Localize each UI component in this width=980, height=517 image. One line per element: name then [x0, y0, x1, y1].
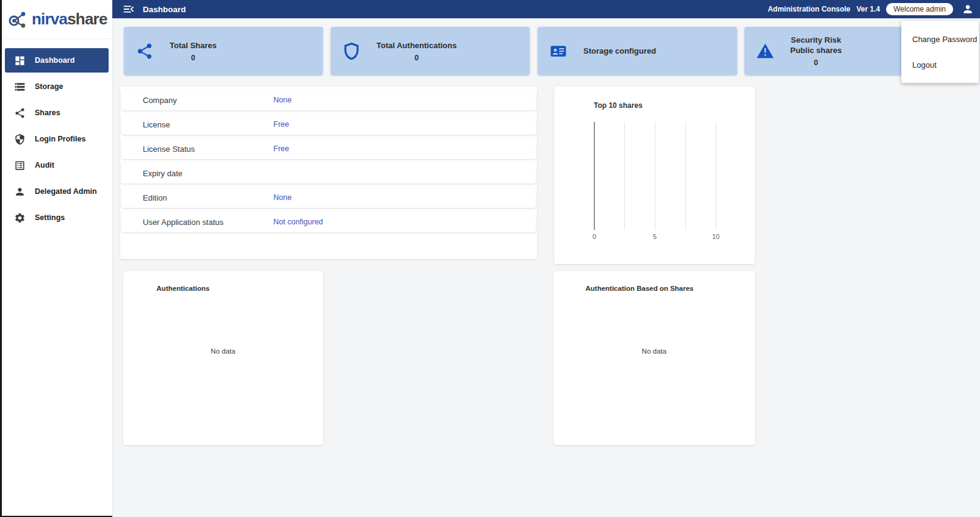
- dashboard-icon: [14, 55, 26, 66]
- nirvashare-logo-icon: [8, 9, 29, 30]
- authentication-based-on-shares-chart: Authentication Based on Shares No data: [553, 271, 755, 445]
- stat-title: Storage configured: [583, 46, 656, 56]
- sidebar-item-label: Storage: [35, 82, 63, 91]
- menu-open-icon[interactable]: [122, 2, 135, 16]
- chart-gridline: [624, 122, 625, 230]
- chart-title: Top 10 shares: [594, 101, 643, 110]
- window-border: [0, 0, 2, 517]
- brand-name-primary: nirva: [32, 10, 67, 28]
- stat-card-storage-configured: Storage configured: [538, 27, 737, 75]
- person-icon: [14, 186, 26, 198]
- sidebar-item-label: Dashboard: [35, 56, 74, 65]
- info-row-expiry-date: Expiry date: [121, 163, 536, 184]
- info-row-license-status: License Status Free: [121, 138, 536, 159]
- authentications-chart: Authentications No data: [123, 271, 323, 445]
- sidebar-item-label: Audit: [35, 161, 54, 169]
- info-label: Company: [121, 96, 273, 105]
- sidebar-item-dashboard[interactable]: Dashboard: [5, 48, 109, 73]
- stat-subtitle: Public shares: [790, 45, 842, 55]
- x-tick-label: 10: [712, 233, 719, 240]
- top-10-shares-chart: Top 10 shares 0 5 10: [554, 87, 755, 264]
- page-title: Dashboard: [143, 5, 186, 14]
- storage-icon: [14, 81, 26, 93]
- chart-gridline: [685, 122, 686, 230]
- sidebar-item-delegated-admin[interactable]: Delegated Admin: [5, 179, 109, 204]
- chart-title: Authentications: [157, 285, 210, 292]
- stat-title: Total Authentications: [377, 40, 456, 51]
- console-label: Administration Console: [768, 5, 850, 13]
- topbar-right: Administration Console Ver 1.4 Welcome a…: [768, 3, 974, 15]
- info-value: Free: [273, 144, 289, 153]
- stat-card-total-authentications: Total Authentications 0: [331, 27, 530, 75]
- sidebar-item-login-profiles[interactable]: Login Profiles: [5, 127, 109, 151]
- license-info-panel: Company None License Free License Status…: [120, 87, 537, 259]
- chart-axis-line: [594, 122, 595, 230]
- user-avatar-icon[interactable]: [962, 3, 974, 15]
- sidebar-item-shares[interactable]: Shares: [5, 101, 109, 125]
- chart-gridline: [655, 122, 655, 230]
- list-alt-icon: [14, 160, 26, 171]
- info-value: None: [273, 96, 292, 104]
- x-tick-label: 5: [653, 233, 657, 240]
- brand-logo: nirvashare: [2, 0, 112, 39]
- info-label: Expiry date: [121, 169, 273, 178]
- brand-name: nirvashare: [32, 10, 107, 29]
- stat-title: Security Risk: [791, 35, 841, 45]
- menu-item-logout[interactable]: Logout: [901, 52, 979, 77]
- chart-gridline: [716, 122, 716, 230]
- stat-value: 0: [191, 54, 195, 62]
- info-row-user-application-status: User Application status Not configured: [121, 212, 536, 232]
- stat-value: 0: [814, 59, 818, 67]
- shield-outline-icon: [342, 42, 361, 60]
- sidebar-item-label: Shares: [35, 109, 60, 117]
- menu-item-change-password[interactable]: Change Password: [901, 26, 979, 52]
- stat-title: Total Shares: [170, 40, 217, 51]
- gear-icon: [14, 212, 26, 224]
- sidebar: nirvashare Dashboard Storage Shares Logi…: [2, 0, 112, 517]
- sidebar-item-storage[interactable]: Storage: [5, 74, 109, 99]
- info-value: Not configured: [273, 218, 323, 226]
- no-data-label: No data: [553, 348, 755, 355]
- sidebar-item-label: Delegated Admin: [35, 187, 97, 196]
- share-icon: [135, 42, 154, 60]
- info-row-company: Company None: [121, 90, 536, 110]
- warning-icon: [756, 42, 774, 60]
- info-label: License Status: [121, 144, 273, 154]
- shield-icon: [14, 134, 26, 145]
- stat-value: 0: [414, 54, 419, 62]
- user-dropdown-menu: Change Password Logout: [901, 21, 979, 83]
- x-tick-label: 0: [593, 233, 596, 240]
- version-label: Ver 1.4: [856, 5, 880, 13]
- brand-name-secondary: share: [67, 10, 107, 28]
- topbar: Dashboard Administration Console Ver 1.4…: [112, 0, 980, 18]
- info-value: None: [273, 193, 292, 202]
- info-row-license: License Free: [121, 114, 536, 135]
- no-data-label: No data: [123, 348, 323, 355]
- welcome-admin-badge[interactable]: Welcome admin: [886, 3, 953, 15]
- chart-title: Authentication Based on Shares: [585, 285, 693, 292]
- chart-plot-area: [554, 122, 755, 230]
- info-value: Free: [273, 120, 289, 129]
- share-icon: [14, 107, 26, 119]
- sidebar-item-label: Login Profiles: [35, 135, 85, 143]
- sidebar-nav: Dashboard Storage Shares Login Profiles …: [2, 39, 112, 230]
- storage-badge-icon: [549, 42, 567, 60]
- sidebar-item-settings[interactable]: Settings: [5, 205, 109, 230]
- info-label: Edition: [121, 193, 273, 202]
- stat-card-total-shares: Total Shares 0: [124, 27, 323, 75]
- sidebar-item-audit[interactable]: Audit: [5, 153, 109, 177]
- sidebar-item-label: Settings: [35, 213, 65, 222]
- info-row-edition: Edition None: [121, 187, 536, 208]
- info-label: User Application status: [121, 218, 273, 227]
- info-label: License: [121, 120, 273, 129]
